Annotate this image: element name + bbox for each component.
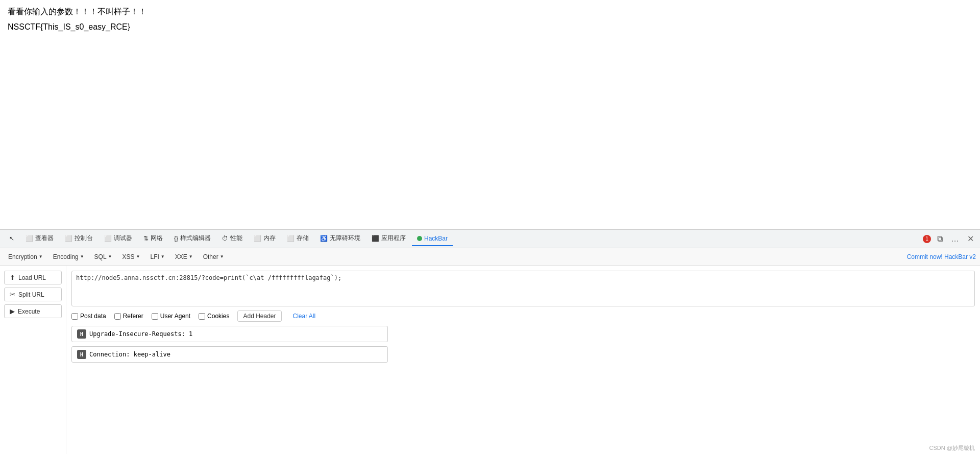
hackbar-body: ⬆ Load URL ✂ Split URL ▶ Execute bbox=[0, 266, 980, 454]
devtools-tab-app[interactable]: ⬛ 应用程序 bbox=[366, 231, 411, 247]
user-agent-checkbox[interactable] bbox=[152, 313, 158, 320]
commit-now-label: Commit now! HackBar v2 bbox=[907, 253, 976, 260]
xss-dropdown-icon: ▼ bbox=[136, 254, 140, 259]
devtools-tab-style[interactable]: {} 样式编辑器 bbox=[169, 231, 216, 247]
lfi-dropdown-icon: ▼ bbox=[161, 254, 165, 259]
header-badge-2: H bbox=[77, 350, 86, 359]
memory-label: 内存 bbox=[263, 234, 276, 243]
style-label: 样式编辑器 bbox=[180, 234, 211, 243]
clear-all-button[interactable]: Clear All bbox=[290, 311, 319, 321]
other-dropdown-icon: ▼ bbox=[220, 254, 224, 259]
user-agent-checkbox-label[interactable]: User Agent bbox=[152, 313, 190, 320]
execute-button[interactable]: ▶ Execute bbox=[4, 304, 62, 318]
encoding-label: Encoding bbox=[53, 253, 79, 260]
devtools-tab-inspector[interactable]: ⬜ 查看器 bbox=[20, 231, 59, 247]
xxe-menu[interactable]: XXE ▼ bbox=[171, 252, 197, 262]
header-badge-1: H bbox=[77, 329, 86, 339]
main-content: 看看你输入的参数！！！不叫样子！！ NSSCTF{This_IS_s0_easy… bbox=[0, 0, 980, 225]
encryption-label: Encryption bbox=[8, 253, 37, 260]
xss-menu[interactable]: XSS ▼ bbox=[118, 252, 144, 262]
app-icon: ⬛ bbox=[372, 235, 379, 242]
other-menu[interactable]: Other ▼ bbox=[199, 252, 228, 262]
load-url-button[interactable]: ⬆ Load URL bbox=[4, 271, 62, 284]
devtools-tab-performance[interactable]: ⏱ 性能 bbox=[217, 231, 248, 247]
execute-icon: ▶ bbox=[10, 307, 15, 315]
lfi-menu[interactable]: LFI ▼ bbox=[146, 252, 168, 262]
add-header-button[interactable]: Add Header bbox=[237, 310, 281, 322]
accessibility-label: 无障碍环境 bbox=[330, 234, 360, 243]
storage-icon: ⬜ bbox=[287, 235, 295, 242]
app-label: 应用程序 bbox=[381, 234, 406, 243]
hackbar-left-panel: ⬆ Load URL ✂ Split URL ▶ Execute bbox=[0, 266, 66, 454]
performance-label: 性能 bbox=[230, 234, 242, 243]
devtools-tab-memory[interactable]: ⬜ 内存 bbox=[249, 231, 281, 247]
watermark-text: CSDN @妙尾璇机 bbox=[929, 445, 975, 451]
split-url-button[interactable]: ✂ Split URL bbox=[4, 288, 62, 301]
xxe-dropdown-icon: ▼ bbox=[189, 254, 193, 259]
accessibility-icon: ♿ bbox=[320, 235, 328, 242]
other-label: Other bbox=[203, 253, 218, 260]
scissors-icon: ✂ bbox=[10, 291, 15, 298]
cookies-checkbox-label[interactable]: Cookies bbox=[199, 313, 229, 320]
watermark: CSDN @妙尾璇机 bbox=[929, 444, 975, 452]
inspector-label: 查看器 bbox=[35, 234, 54, 243]
hackbar-dot-icon bbox=[417, 236, 422, 241]
hackbar-label: HackBar bbox=[424, 235, 448, 242]
post-data-label: Post data bbox=[80, 313, 106, 320]
post-data-checkbox-label[interactable]: Post data bbox=[71, 313, 106, 320]
console-icon: ⬜ bbox=[65, 235, 72, 242]
checkboxes-row: Post data Referer User Agent Cookies bbox=[71, 310, 975, 322]
close-devtools-button[interactable]: ✕ bbox=[965, 232, 976, 246]
page-text-line1: 看看你输入的参数！！！不叫样子！！ bbox=[8, 5, 972, 18]
debugger-label: 调试器 bbox=[114, 234, 132, 243]
devtools-tab-accessibility[interactable]: ♿ 无障碍环境 bbox=[315, 231, 365, 247]
header-row-2: H Connection: keep-alive bbox=[71, 346, 388, 363]
cookies-checkbox[interactable] bbox=[199, 313, 205, 320]
notification-badge[interactable]: 1 bbox=[923, 235, 931, 243]
storage-label: 存储 bbox=[297, 234, 309, 243]
hackbar-toolbar: Encryption ▼ Encoding ▼ SQL ▼ XSS ▼ LFI … bbox=[0, 248, 980, 266]
hackbar-right-panel: Post data Referer User Agent Cookies bbox=[66, 266, 980, 454]
more-options-icon[interactable]: … bbox=[949, 232, 961, 246]
xxe-label: XXE bbox=[175, 253, 187, 260]
debugger-icon: ⬜ bbox=[104, 235, 112, 242]
inspector-icon: ⬜ bbox=[26, 235, 33, 242]
user-agent-label: User Agent bbox=[160, 313, 190, 320]
referer-checkbox-label[interactable]: Referer bbox=[114, 313, 143, 320]
encoding-menu[interactable]: Encoding ▼ bbox=[49, 252, 88, 262]
style-icon: {} bbox=[174, 235, 178, 242]
pointer-icon: ↖ bbox=[9, 235, 14, 242]
cookies-label: Cookies bbox=[207, 313, 229, 320]
devtools-tab-console[interactable]: ⬜ 控制台 bbox=[60, 231, 98, 247]
referer-checkbox[interactable] bbox=[114, 313, 121, 320]
referer-label: Referer bbox=[123, 313, 143, 320]
sql-menu[interactable]: SQL ▼ bbox=[90, 252, 116, 262]
url-input[interactable] bbox=[71, 271, 975, 306]
devtools-tab-debugger[interactable]: ⬜ 调试器 bbox=[99, 231, 137, 247]
devtools-tab-pointer[interactable]: ↖ bbox=[4, 232, 19, 246]
header-row-1: H Upgrade-Insecure-Requests: 1 bbox=[71, 326, 388, 342]
page-text-line2: NSSCTF{This_IS_s0_easy_RCE} bbox=[8, 20, 972, 34]
devtools-tab-hackbar[interactable]: HackBar bbox=[412, 232, 453, 246]
header-value-2: Connection: keep-alive bbox=[89, 351, 170, 358]
network-icon: ⇅ bbox=[143, 235, 149, 242]
sql-label: SQL bbox=[94, 253, 107, 260]
split-url-label: Split URL bbox=[18, 291, 44, 298]
devtools-tab-right: 1 ⧉ … ✕ bbox=[923, 232, 976, 246]
encoding-dropdown-icon: ▼ bbox=[80, 254, 84, 259]
post-data-checkbox[interactable] bbox=[71, 313, 78, 320]
encryption-menu[interactable]: Encryption ▼ bbox=[4, 252, 47, 262]
devtools-tab-network[interactable]: ⇅ 网络 bbox=[138, 231, 168, 247]
lfi-label: LFI bbox=[150, 253, 159, 260]
devtools-tab-storage[interactable]: ⬜ 存储 bbox=[282, 231, 314, 247]
memory-icon: ⬜ bbox=[254, 235, 261, 242]
execute-label: Execute bbox=[18, 308, 40, 315]
xss-label: XSS bbox=[122, 253, 135, 260]
console-label: 控制台 bbox=[75, 234, 93, 243]
encryption-dropdown-icon: ▼ bbox=[39, 254, 43, 259]
copy-icon[interactable]: ⧉ bbox=[935, 232, 945, 246]
network-label: 网络 bbox=[151, 234, 163, 243]
add-header-label: Add Header bbox=[243, 313, 276, 320]
devtools-bar: ↖ ⬜ 查看器 ⬜ 控制台 ⬜ 调试器 ⇅ 网络 {} 样式编辑器 ⏱ 性能 ⬜ bbox=[0, 229, 980, 454]
hackbar-panel: Encryption ▼ Encoding ▼ SQL ▼ XSS ▼ LFI … bbox=[0, 248, 980, 454]
